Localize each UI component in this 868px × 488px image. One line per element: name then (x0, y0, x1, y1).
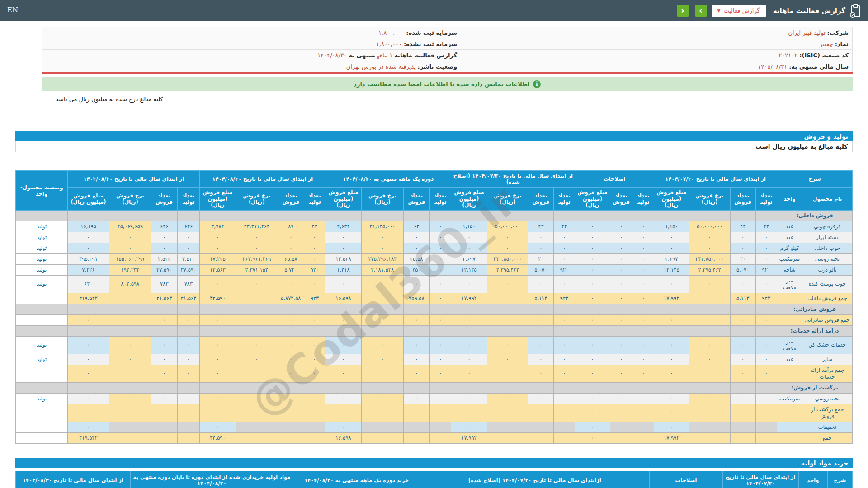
cell: ۰ (200, 314, 236, 325)
cell (236, 211, 278, 221)
table-row: بائو دربشاخه۹۲۰۵,۰۷۰۲,۳۹۵,۴۶۴۱۲,۱۴۵۰۰۰۹۲… (16, 265, 853, 276)
cell: ۲۷۵,۲۹۶,۱۸۳ (361, 254, 403, 265)
cell (487, 382, 528, 393)
cell (304, 404, 326, 422)
pt-head: شرحاز ابتدای سال مالی تا تاریخ ۱۴۰۴/۰۷/۳… (16, 171, 853, 211)
cell (610, 304, 632, 314)
cell: ۰ (654, 422, 689, 432)
page-title: گزارش فعالیت ماهانه (773, 7, 845, 15)
cell: ۱,۱۵۰ (451, 221, 487, 232)
cell (689, 365, 730, 382)
production-sales-body: فروش داخلی:قرقره چوبيعدد۲۳۲۳۵۰,۰۰۰,۰۰۰۱,… (16, 211, 853, 444)
cell (68, 211, 109, 221)
pt-head-groups: شرحاز ابتدای سال مالی تا تاریخ ۱۴۰۴/۰۷/۳… (16, 171, 853, 188)
cell: ۰ (575, 354, 610, 365)
unit-cell: عدد (777, 232, 802, 243)
company-value: تولید فیبر ایران (788, 29, 825, 36)
cell (553, 325, 575, 336)
issuer-status-value: پذیرفته شده در بورس تهران (346, 63, 416, 70)
cell: ۰ (610, 336, 632, 354)
cell: ۰ (610, 276, 632, 293)
cell: ۰ (404, 354, 430, 365)
cell: ۰ (278, 232, 304, 243)
cell (755, 304, 777, 314)
column-header: تعداد فروش (404, 188, 430, 211)
section-label: فروش داخلی: (777, 211, 853, 221)
isic-cell: کد صنعت (ISIC):۲۰۲۱۰۲ (750, 50, 853, 61)
table-row: جمع درآمد ارائه خدمات۰۰۰۰۰۰۰۰۰۰۰۰۰۰۰۰۰۰ (16, 365, 853, 382)
status-cell (16, 314, 68, 325)
cell (200, 325, 236, 336)
cell (304, 304, 326, 314)
previous-report-button[interactable]: ‹ (677, 5, 689, 17)
cell (304, 393, 326, 404)
cell: ۰ (429, 254, 451, 265)
cell (553, 304, 575, 314)
column-header: مبلغ فروش (میلیون ریال) (326, 188, 361, 211)
status-cell: تولید (16, 254, 68, 265)
cell: ۵,۱۱۳ (528, 293, 554, 304)
info-row: سال مالی منتهی به:۱۴۰۵/۰۶/۳۱ وضعیت ناشر:… (42, 61, 853, 72)
cell: ۹۴۳ (755, 293, 777, 304)
cell: ۲۶۲,۹۶۱,۲۶۹ (236, 254, 278, 265)
company-label: شرکت: (827, 29, 849, 36)
product-name-cell: جمع (802, 432, 852, 443)
cell: ۵,۸۷۲.۵۸ (278, 293, 304, 304)
cell: ۰ (528, 232, 554, 243)
cell (528, 325, 554, 336)
cell: ۰ (151, 393, 178, 404)
product-name-cell: جمع درآمد ارائه خدمات (802, 365, 852, 382)
cell: ۲۳ (730, 221, 755, 232)
cell: ۰ (730, 365, 755, 382)
cell (528, 432, 554, 443)
next-report-button[interactable]: › (695, 5, 707, 17)
section-label: برگشت از فروش: (777, 382, 853, 393)
cell (151, 325, 178, 336)
ticker-value: چفیبر (820, 41, 833, 47)
cell (575, 211, 610, 221)
cell (575, 382, 610, 393)
cell: ۱۹۲,۲۳۲ (109, 265, 151, 276)
column-header: تعداد تولید (304, 188, 326, 211)
column-group-header: از ابتدای سال مالی تا تاریخ ۱۴۰۴/۰۸/۳۰ (200, 171, 326, 188)
cell: ۰ (610, 393, 632, 404)
cell: ۰ (528, 243, 554, 254)
table-row: خدمات خشک کنمتر مکعب۰۰۰۰۰۰۰۰۰۰۰۰۰۰۰۰۰۰۰۰… (16, 336, 853, 354)
cell: ۰ (451, 422, 487, 432)
cell: ۰ (177, 354, 200, 365)
cell (632, 404, 654, 422)
cell (487, 365, 528, 382)
cell (632, 422, 654, 432)
cell: ۹۲۰ (755, 265, 777, 276)
cell (654, 382, 689, 393)
report-type-dropdown[interactable]: گزارش فعالیت ▼ (712, 5, 766, 17)
isic-label: کد صنعت (ISIC): (799, 52, 849, 59)
cell: ۵,۱۱۳ (730, 293, 755, 304)
cell: ۰ (487, 232, 528, 243)
registered-capital-label: سرمایه ثبت شده: (406, 29, 457, 36)
cell: ۰ (278, 354, 304, 365)
english-language-link[interactable]: EN (7, 6, 18, 15)
cell: ۱۶,۵۹۸ (326, 293, 361, 304)
cell: ۰ (575, 265, 610, 276)
cell (361, 304, 403, 314)
cell: ۰ (654, 404, 689, 422)
cell: ۰ (730, 404, 755, 422)
cell (575, 325, 610, 336)
cell (278, 432, 304, 443)
cell: ۰ (429, 314, 451, 325)
codal-monthly-activity-report: گزارش فعالیت ماهانه گزارش فعالیت ▼ › ‹ E… (0, 0, 868, 488)
cell: ۰ (487, 354, 528, 365)
cell (151, 382, 178, 393)
cell (109, 432, 151, 443)
cell: ۵,۰۷۰ (730, 265, 755, 276)
cell: ۰ (177, 365, 200, 382)
cell (553, 211, 575, 221)
cell: ۰ (632, 265, 654, 276)
cell (361, 211, 403, 221)
cell: ۰ (200, 276, 236, 293)
cell (68, 325, 109, 336)
cell: ۰ (236, 336, 278, 354)
cell: ۰ (304, 354, 326, 365)
info-row: کد صنعت (ISIC):۲۰۲۱۰۲ گزارش فعالیت ماهان… (42, 50, 853, 61)
